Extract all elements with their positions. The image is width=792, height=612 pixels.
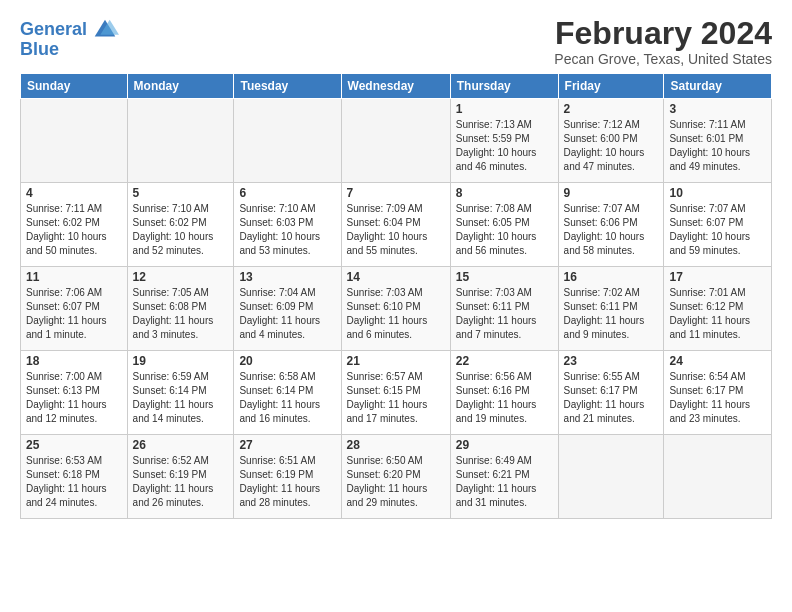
day-header-saturday: Saturday — [664, 74, 772, 99]
day-info: Sunrise: 6:55 AM Sunset: 6:17 PM Dayligh… — [564, 370, 659, 426]
day-number: 18 — [26, 354, 122, 368]
day-cell — [234, 99, 341, 183]
day-cell: 6Sunrise: 7:10 AM Sunset: 6:03 PM Daylig… — [234, 183, 341, 267]
day-header-sunday: Sunday — [21, 74, 128, 99]
day-number: 26 — [133, 438, 229, 452]
day-info: Sunrise: 7:08 AM Sunset: 6:05 PM Dayligh… — [456, 202, 553, 258]
day-number: 12 — [133, 270, 229, 284]
day-cell: 18Sunrise: 7:00 AM Sunset: 6:13 PM Dayli… — [21, 351, 128, 435]
main-title: February 2024 — [554, 16, 772, 51]
day-cell: 25Sunrise: 6:53 AM Sunset: 6:18 PM Dayli… — [21, 435, 128, 519]
day-info: Sunrise: 7:07 AM Sunset: 6:06 PM Dayligh… — [564, 202, 659, 258]
day-cell — [127, 99, 234, 183]
day-cell: 7Sunrise: 7:09 AM Sunset: 6:04 PM Daylig… — [341, 183, 450, 267]
calendar: SundayMondayTuesdayWednesdayThursdayFrid… — [20, 73, 772, 519]
day-cell — [664, 435, 772, 519]
day-cell: 9Sunrise: 7:07 AM Sunset: 6:06 PM Daylig… — [558, 183, 664, 267]
day-info: Sunrise: 7:13 AM Sunset: 5:59 PM Dayligh… — [456, 118, 553, 174]
title-area: February 2024 Pecan Grove, Texas, United… — [554, 16, 772, 67]
day-cell: 12Sunrise: 7:05 AM Sunset: 6:08 PM Dayli… — [127, 267, 234, 351]
day-cell: 5Sunrise: 7:10 AM Sunset: 6:02 PM Daylig… — [127, 183, 234, 267]
day-header-monday: Monday — [127, 74, 234, 99]
day-cell: 21Sunrise: 6:57 AM Sunset: 6:15 PM Dayli… — [341, 351, 450, 435]
day-number: 7 — [347, 186, 445, 200]
week-row-2: 4Sunrise: 7:11 AM Sunset: 6:02 PM Daylig… — [21, 183, 772, 267]
day-info: Sunrise: 7:01 AM Sunset: 6:12 PM Dayligh… — [669, 286, 766, 342]
day-number: 13 — [239, 270, 335, 284]
day-number: 1 — [456, 102, 553, 116]
day-number: 16 — [564, 270, 659, 284]
week-row-4: 18Sunrise: 7:00 AM Sunset: 6:13 PM Dayli… — [21, 351, 772, 435]
day-header-friday: Friday — [558, 74, 664, 99]
day-info: Sunrise: 6:57 AM Sunset: 6:15 PM Dayligh… — [347, 370, 445, 426]
day-info: Sunrise: 7:06 AM Sunset: 6:07 PM Dayligh… — [26, 286, 122, 342]
day-cell: 28Sunrise: 6:50 AM Sunset: 6:20 PM Dayli… — [341, 435, 450, 519]
day-info: Sunrise: 7:02 AM Sunset: 6:11 PM Dayligh… — [564, 286, 659, 342]
day-number: 22 — [456, 354, 553, 368]
day-info: Sunrise: 7:11 AM Sunset: 6:02 PM Dayligh… — [26, 202, 122, 258]
day-cell: 11Sunrise: 7:06 AM Sunset: 6:07 PM Dayli… — [21, 267, 128, 351]
day-cell: 24Sunrise: 6:54 AM Sunset: 6:17 PM Dayli… — [664, 351, 772, 435]
day-number: 5 — [133, 186, 229, 200]
day-info: Sunrise: 6:59 AM Sunset: 6:14 PM Dayligh… — [133, 370, 229, 426]
day-number: 24 — [669, 354, 766, 368]
day-info: Sunrise: 7:12 AM Sunset: 6:00 PM Dayligh… — [564, 118, 659, 174]
days-header-row: SundayMondayTuesdayWednesdayThursdayFrid… — [21, 74, 772, 99]
day-info: Sunrise: 7:10 AM Sunset: 6:03 PM Dayligh… — [239, 202, 335, 258]
calendar-header: SundayMondayTuesdayWednesdayThursdayFrid… — [21, 74, 772, 99]
day-info: Sunrise: 6:50 AM Sunset: 6:20 PM Dayligh… — [347, 454, 445, 510]
header: General Blue February 2024 Pecan Grove, … — [20, 16, 772, 67]
day-info: Sunrise: 6:52 AM Sunset: 6:19 PM Dayligh… — [133, 454, 229, 510]
day-info: Sunrise: 6:56 AM Sunset: 6:16 PM Dayligh… — [456, 370, 553, 426]
day-number: 19 — [133, 354, 229, 368]
page: General Blue February 2024 Pecan Grove, … — [0, 0, 792, 529]
day-cell: 3Sunrise: 7:11 AM Sunset: 6:01 PM Daylig… — [664, 99, 772, 183]
day-cell: 2Sunrise: 7:12 AM Sunset: 6:00 PM Daylig… — [558, 99, 664, 183]
day-cell: 8Sunrise: 7:08 AM Sunset: 6:05 PM Daylig… — [450, 183, 558, 267]
day-info: Sunrise: 6:54 AM Sunset: 6:17 PM Dayligh… — [669, 370, 766, 426]
day-cell — [21, 99, 128, 183]
week-row-1: 1Sunrise: 7:13 AM Sunset: 5:59 PM Daylig… — [21, 99, 772, 183]
day-info: Sunrise: 7:05 AM Sunset: 6:08 PM Dayligh… — [133, 286, 229, 342]
day-number: 3 — [669, 102, 766, 116]
day-number: 17 — [669, 270, 766, 284]
day-number: 15 — [456, 270, 553, 284]
calendar-body: 1Sunrise: 7:13 AM Sunset: 5:59 PM Daylig… — [21, 99, 772, 519]
day-number: 21 — [347, 354, 445, 368]
day-number: 8 — [456, 186, 553, 200]
day-info: Sunrise: 7:07 AM Sunset: 6:07 PM Dayligh… — [669, 202, 766, 258]
day-number: 28 — [347, 438, 445, 452]
day-number: 9 — [564, 186, 659, 200]
week-row-3: 11Sunrise: 7:06 AM Sunset: 6:07 PM Dayli… — [21, 267, 772, 351]
day-number: 25 — [26, 438, 122, 452]
day-info: Sunrise: 7:03 AM Sunset: 6:10 PM Dayligh… — [347, 286, 445, 342]
day-number: 27 — [239, 438, 335, 452]
day-number: 20 — [239, 354, 335, 368]
day-number: 14 — [347, 270, 445, 284]
day-cell: 20Sunrise: 6:58 AM Sunset: 6:14 PM Dayli… — [234, 351, 341, 435]
day-number: 11 — [26, 270, 122, 284]
day-header-wednesday: Wednesday — [341, 74, 450, 99]
day-info: Sunrise: 6:51 AM Sunset: 6:19 PM Dayligh… — [239, 454, 335, 510]
day-cell: 17Sunrise: 7:01 AM Sunset: 6:12 PM Dayli… — [664, 267, 772, 351]
day-cell: 15Sunrise: 7:03 AM Sunset: 6:11 PM Dayli… — [450, 267, 558, 351]
day-info: Sunrise: 7:11 AM Sunset: 6:01 PM Dayligh… — [669, 118, 766, 174]
day-info: Sunrise: 7:10 AM Sunset: 6:02 PM Dayligh… — [133, 202, 229, 258]
day-number: 6 — [239, 186, 335, 200]
day-info: Sunrise: 7:03 AM Sunset: 6:11 PM Dayligh… — [456, 286, 553, 342]
day-info: Sunrise: 6:49 AM Sunset: 6:21 PM Dayligh… — [456, 454, 553, 510]
day-cell: 23Sunrise: 6:55 AM Sunset: 6:17 PM Dayli… — [558, 351, 664, 435]
week-row-5: 25Sunrise: 6:53 AM Sunset: 6:18 PM Dayli… — [21, 435, 772, 519]
subtitle: Pecan Grove, Texas, United States — [554, 51, 772, 67]
day-cell: 1Sunrise: 7:13 AM Sunset: 5:59 PM Daylig… — [450, 99, 558, 183]
day-header-tuesday: Tuesday — [234, 74, 341, 99]
logo: General Blue — [20, 16, 119, 60]
day-cell: 29Sunrise: 6:49 AM Sunset: 6:21 PM Dayli… — [450, 435, 558, 519]
day-number: 23 — [564, 354, 659, 368]
day-cell: 26Sunrise: 6:52 AM Sunset: 6:19 PM Dayli… — [127, 435, 234, 519]
day-info: Sunrise: 7:09 AM Sunset: 6:04 PM Dayligh… — [347, 202, 445, 258]
day-info: Sunrise: 6:58 AM Sunset: 6:14 PM Dayligh… — [239, 370, 335, 426]
day-cell: 4Sunrise: 7:11 AM Sunset: 6:02 PM Daylig… — [21, 183, 128, 267]
day-cell: 13Sunrise: 7:04 AM Sunset: 6:09 PM Dayli… — [234, 267, 341, 351]
day-header-thursday: Thursday — [450, 74, 558, 99]
